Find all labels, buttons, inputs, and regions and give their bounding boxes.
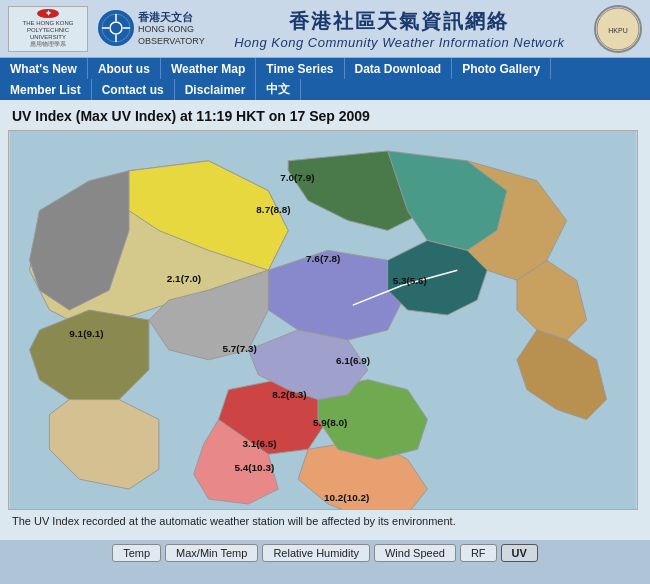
- nav-about-us[interactable]: About us: [88, 58, 161, 79]
- polyu-logo: ✦ THE HONG KONGPOLYTECHNICUNIVERSITY應用物理…: [8, 6, 88, 52]
- polyu-text: THE HONG KONGPOLYTECHNICUNIVERSITY應用物理學系: [22, 20, 73, 49]
- header: ✦ THE HONG KONGPOLYTECHNICUNIVERSITY應用物理…: [0, 0, 650, 58]
- polyu-icon: ✦: [37, 9, 59, 18]
- temp-btn[interactable]: Temp: [112, 544, 161, 562]
- svg-text:7.6(7.8): 7.6(7.8): [306, 253, 340, 264]
- nav-weather-map[interactable]: Weather Map: [161, 58, 256, 79]
- map-container: 7.0(7.9) 8.7(8.8) 7.6(7.8) 5.3(5.6) 2.1(…: [8, 130, 638, 510]
- svg-text:9.1(9.1): 9.1(9.1): [69, 328, 103, 339]
- rf-btn[interactable]: RF: [460, 544, 497, 562]
- svg-text:5.7(7.3): 5.7(7.3): [223, 343, 257, 354]
- main-content: UV Index (Max UV Index) at 11:19 HKT on …: [0, 100, 650, 540]
- uv-btn[interactable]: UV: [501, 544, 538, 562]
- maxmin-temp-btn[interactable]: Max/Min Temp: [165, 544, 258, 562]
- nav-chinese[interactable]: 中文: [256, 79, 301, 100]
- svg-text:5.9(8.0): 5.9(8.0): [313, 417, 347, 428]
- header-title-block: 香港社區天氣資訊網絡 Hong Kong Community Weather I…: [205, 8, 594, 50]
- main-nav: What's New About us Weather Map Time Ser…: [0, 58, 650, 100]
- svg-text:5.4(10.3): 5.4(10.3): [234, 462, 274, 473]
- map-svg: 7.0(7.9) 8.7(8.8) 7.6(7.8) 5.3(5.6) 2.1(…: [9, 131, 637, 509]
- nav-contact-us[interactable]: Contact us: [92, 79, 175, 100]
- svg-text:8.7(8.8): 8.7(8.8): [256, 204, 290, 215]
- svg-text:2.1(7.0): 2.1(7.0): [167, 273, 201, 284]
- svg-text:7.0(7.9): 7.0(7.9): [280, 172, 314, 183]
- svg-text:3.1(6.5): 3.1(6.5): [242, 438, 276, 449]
- hko-text: 香港天文台 HONG KONGOBSERVATORY: [138, 10, 205, 48]
- title-chinese: 香港社區天氣資訊網絡: [213, 8, 586, 35]
- right-logo: HKPU: [594, 5, 642, 53]
- nav-row-top: What's New About us Weather Map Time Ser…: [0, 58, 650, 79]
- title-english: Hong Kong Community Weather Information …: [213, 35, 586, 50]
- nav-data-download[interactable]: Data Download: [345, 58, 453, 79]
- svg-text:6.1(6.9): 6.1(6.9): [336, 355, 370, 366]
- hko-circle-icon: [98, 10, 134, 46]
- svg-text:10.2(10.2): 10.2(10.2): [324, 492, 369, 503]
- nav-time-series[interactable]: Time Series: [256, 58, 344, 79]
- map-title: UV Index (Max UV Index) at 11:19 HKT on …: [8, 108, 642, 124]
- svg-text:5.3(5.6): 5.3(5.6): [393, 275, 427, 286]
- hko-logo: 香港天文台 HONG KONGOBSERVATORY: [98, 10, 205, 48]
- nav-disclaimer[interactable]: Disclaimer: [175, 79, 257, 100]
- nav-row-bottom: Member List Contact us Disclaimer 中文: [0, 79, 650, 100]
- bottom-buttons: Temp Max/Min Temp Relative Humidity Wind…: [0, 540, 650, 566]
- svg-text:8.2(8.3): 8.2(8.3): [272, 389, 306, 400]
- nav-member-list[interactable]: Member List: [0, 79, 92, 100]
- svg-text:HKPU: HKPU: [608, 27, 627, 34]
- relative-humidity-btn[interactable]: Relative Humidity: [262, 544, 370, 562]
- wind-speed-btn[interactable]: Wind Speed: [374, 544, 456, 562]
- nav-whats-new[interactable]: What's New: [0, 58, 88, 79]
- nav-photo-gallery[interactable]: Photo Gallery: [452, 58, 551, 79]
- disclaimer-text: The UV Index recorded at the automatic w…: [8, 510, 642, 532]
